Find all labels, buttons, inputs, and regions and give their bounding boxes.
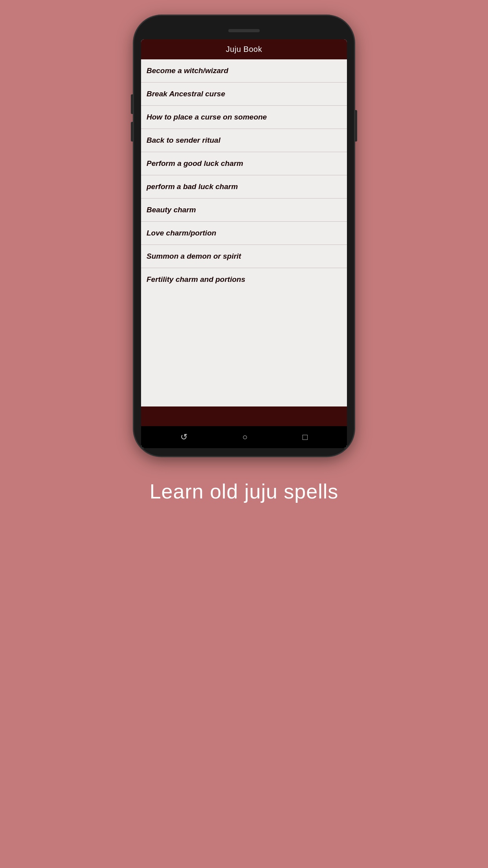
bottom-bar	[141, 406, 347, 426]
back-icon[interactable]: ↺	[180, 432, 187, 442]
menu-item-summon-demon[interactable]: Summon a demon or spirit	[141, 245, 347, 268]
menu-item-back-sender[interactable]: Back to sender ritual	[141, 129, 347, 152]
home-icon[interactable]: ○	[242, 432, 248, 442]
phone-shell: Juju Book Become a witch/wizard Break An…	[134, 16, 354, 456]
phone-notch	[141, 24, 347, 38]
volume-down-button	[131, 122, 133, 142]
menu-list: Become a witch/wizard Break Ancestral cu…	[141, 59, 347, 406]
menu-item-label: Become a witch/wizard	[147, 66, 228, 75]
menu-item-good-luck[interactable]: Perform a good luck charm	[141, 152, 347, 175]
menu-item-label: Break Ancestral curse	[147, 90, 225, 98]
phone-device: Juju Book Become a witch/wizard Break An…	[134, 16, 354, 456]
menu-item-bad-luck[interactable]: perform a bad luck charm	[141, 175, 347, 199]
phone-screen: Juju Book Become a witch/wizard Break An…	[141, 39, 347, 448]
menu-item-place-curse[interactable]: How to place a curse on someone	[141, 106, 347, 129]
power-button	[355, 110, 357, 142]
menu-item-beauty-charm[interactable]: Beauty charm	[141, 199, 347, 222]
menu-item-label: Summon a demon or spirit	[147, 252, 241, 261]
menu-item-label: Fertility charm and portions	[147, 275, 245, 284]
app-header: Juju Book	[141, 39, 347, 59]
menu-item-become-witch[interactable]: Become a witch/wizard	[141, 59, 347, 83]
app-title: Juju Book	[226, 45, 262, 53]
menu-item-label: Beauty charm	[147, 206, 196, 214]
menu-item-break-curse[interactable]: Break Ancestral curse	[141, 83, 347, 106]
phone-speaker	[228, 29, 260, 32]
menu-item-love-charm[interactable]: Love charm/portion	[141, 222, 347, 245]
tagline: Learn old juju spells	[150, 480, 339, 503]
menu-item-label: Love charm/portion	[147, 229, 216, 237]
menu-item-label: Back to sender ritual	[147, 136, 220, 145]
menu-item-label: How to place a curse on someone	[147, 113, 267, 121]
android-nav-bar: ↺ ○ □	[141, 426, 347, 448]
menu-item-label: perform a bad luck charm	[147, 182, 238, 191]
menu-item-fertility[interactable]: Fertility charm and portions	[141, 268, 347, 291]
volume-up-button	[131, 94, 133, 114]
menu-item-label: Perform a good luck charm	[147, 159, 243, 168]
recent-apps-icon[interactable]: □	[303, 432, 308, 442]
